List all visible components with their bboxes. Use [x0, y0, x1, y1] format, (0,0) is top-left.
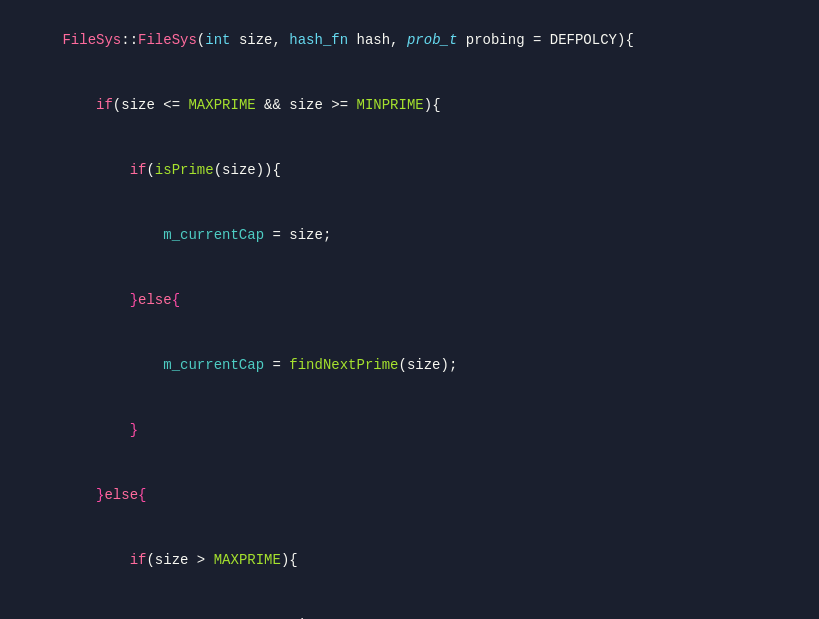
code-line-9: if(size > MAXPRIME){: [0, 529, 819, 594]
token-const: DEFPOLCY: [550, 32, 617, 48]
code-line-8: }else{: [0, 463, 819, 528]
token-type-italic: prob_t: [407, 32, 457, 48]
code-line-5: }else{: [0, 268, 819, 333]
token-keyword: if: [130, 552, 147, 568]
token-const: MAXPRIME: [214, 552, 281, 568]
token-member: m_currentCap: [163, 357, 264, 373]
code-line-10: m_currentCap = size;: [0, 594, 819, 619]
token-class: FileSys: [62, 32, 121, 48]
token-func: isPrime: [155, 162, 214, 178]
code-line-2: if(size <= MAXPRIME && size >= MINPRIME)…: [0, 73, 819, 138]
code-line-6: m_currentCap = findNextPrime(size);: [0, 333, 819, 398]
token-brace: }: [130, 292, 138, 308]
token-type: hash_fn: [289, 32, 348, 48]
token-type: int: [205, 32, 230, 48]
token-func: findNextPrime: [289, 357, 398, 373]
token-keyword: else: [104, 487, 138, 503]
token-member: m_currentCap: [163, 227, 264, 243]
token-brace: {: [138, 487, 146, 503]
code-line-4: m_currentCap = size;: [0, 203, 819, 268]
token-keyword: if: [96, 97, 113, 113]
token-method: FileSys: [138, 32, 197, 48]
token-brace: {: [172, 292, 180, 308]
token-keyword: else: [138, 292, 172, 308]
token-keyword: if: [130, 162, 147, 178]
token-const: MINPRIME: [357, 97, 424, 113]
code-line-3: if(isPrime(size)){: [0, 138, 819, 203]
code-line-7: }: [0, 398, 819, 463]
code-line-1: FileSys::FileSys(int size, hash_fn hash,…: [0, 8, 819, 73]
token-brace: }: [130, 422, 138, 438]
code-editor: FileSys::FileSys(int size, hash_fn hash,…: [0, 0, 819, 619]
token-const: MAXPRIME: [188, 97, 255, 113]
